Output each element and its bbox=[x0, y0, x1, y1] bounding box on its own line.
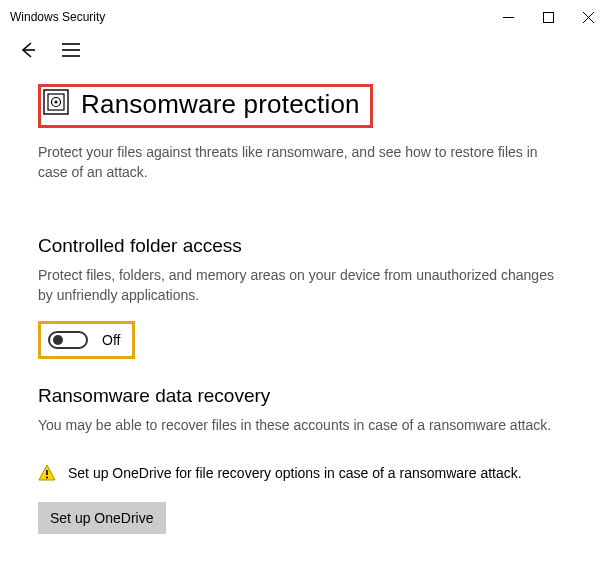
page-description: Protect your files against threats like … bbox=[38, 142, 558, 183]
toggle-state-label: Off bbox=[102, 332, 120, 348]
nav-bar bbox=[0, 30, 608, 66]
main-content: Ransomware protection Protect your files… bbox=[0, 66, 608, 534]
svg-point-11 bbox=[54, 100, 57, 103]
maximize-button[interactable] bbox=[528, 3, 568, 31]
controlled-folder-description: Protect files, folders, and memory areas… bbox=[38, 265, 558, 306]
back-arrow-icon bbox=[18, 40, 38, 60]
controlled-folder-title: Controlled folder access bbox=[38, 235, 570, 257]
controlled-folder-toggle[interactable]: Off bbox=[38, 321, 135, 359]
onedrive-hint-text: Set up OneDrive for file recovery option… bbox=[68, 463, 522, 483]
close-icon bbox=[583, 12, 594, 23]
svg-rect-1 bbox=[543, 12, 553, 22]
hamburger-icon bbox=[62, 43, 80, 57]
window-controls bbox=[488, 3, 608, 31]
data-recovery-description: You may be able to recover files in thes… bbox=[38, 415, 558, 435]
close-button[interactable] bbox=[568, 3, 608, 31]
app-title: Windows Security bbox=[8, 10, 105, 24]
page-header: Ransomware protection bbox=[38, 84, 373, 128]
page-title: Ransomware protection bbox=[81, 89, 360, 120]
minimize-button[interactable] bbox=[488, 3, 528, 31]
titlebar: Windows Security bbox=[0, 0, 608, 30]
onedrive-hint-row: Set up OneDrive for file recovery option… bbox=[38, 463, 570, 486]
toggle-knob bbox=[53, 335, 63, 345]
toggle-track bbox=[48, 331, 88, 349]
ransomware-icon bbox=[43, 89, 69, 119]
maximize-icon bbox=[543, 12, 554, 23]
minimize-icon bbox=[503, 12, 514, 23]
warning-icon bbox=[38, 464, 56, 486]
menu-button[interactable] bbox=[62, 43, 80, 57]
data-recovery-title: Ransomware data recovery bbox=[38, 385, 570, 407]
back-button[interactable] bbox=[18, 40, 38, 60]
svg-point-14 bbox=[46, 477, 48, 479]
setup-onedrive-button[interactable]: Set up OneDrive bbox=[38, 502, 166, 534]
